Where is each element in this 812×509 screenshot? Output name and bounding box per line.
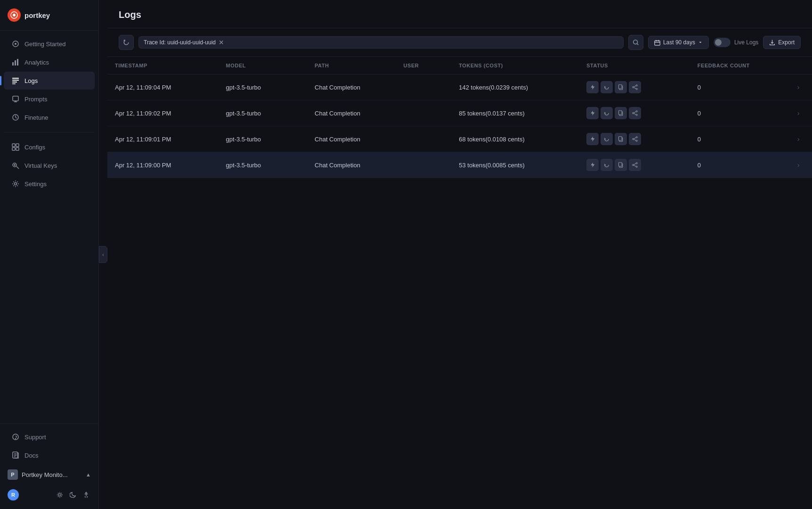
status-icon-copy[interactable] [615,159,627,171]
status-icon-share[interactable] [629,133,641,145]
live-logs-toggle[interactable]: Live Logs [714,38,758,47]
cell-status [579,100,690,126]
filter-tag-text: Trace Id: uuid-uuid-uuid-uuid [144,39,216,46]
status-icon-bolt[interactable] [586,81,599,93]
svg-line-34 [634,88,636,89]
table-row[interactable]: Apr 12, 11:09:00 PM gpt-3.5-turbo Chat C… [107,152,812,178]
svg-line-40 [634,112,636,113]
cell-timestamp: Apr 12, 11:09:01 PM [107,126,219,152]
cell-feedback: 0 [690,126,790,152]
status-icon-share[interactable] [629,81,641,93]
logs-icon [11,76,20,85]
sidebar-item-prompts-label: Prompts [24,96,47,103]
status-icon-share[interactable] [629,159,641,171]
status-icon-bolt[interactable] [586,159,599,171]
bottom-icons [55,490,91,500]
svg-point-24 [58,493,61,496]
theme-sun-icon[interactable] [55,490,65,500]
status-icon-copy[interactable] [615,81,627,93]
row-expand-icon: › [797,109,800,117]
sidebar-item-getting-started[interactable]: Getting Started [4,35,95,53]
svg-line-55 [634,165,636,166]
col-header-timestamp: TIMESTAMP [107,57,219,74]
svg-rect-5 [15,60,16,66]
filter-tag[interactable]: Trace Id: uuid-uuid-uuid-uuid ✕ [138,36,624,49]
cell-arrow: › [790,152,812,178]
sidebar-item-logs[interactable]: Logs [4,72,95,90]
status-icon-copy[interactable] [615,107,627,119]
table-row[interactable]: Apr 12, 11:09:04 PM gpt-3.5-turbo Chat C… [107,74,812,100]
table-row[interactable]: Apr 12, 11:09:02 PM gpt-3.5-turbo Chat C… [107,100,812,126]
status-icon-bolt[interactable] [586,107,599,119]
cell-feedback: 0 [690,152,790,178]
svg-rect-8 [12,80,19,81]
cell-model: gpt-3.5-turbo [219,126,307,152]
status-icon-share[interactable] [629,107,641,119]
sidebar-item-prompts[interactable]: Prompts [4,90,95,108]
sidebar-item-settings[interactable]: Settings [4,175,95,193]
date-range-button[interactable]: Last 90 days [648,36,709,49]
analytics-icon [11,58,20,66]
cell-user [396,126,452,152]
svg-rect-6 [17,59,18,66]
svg-point-3 [15,43,16,45]
date-range-label: Last 90 days [663,39,695,46]
sidebar-item-finetune[interactable]: Finetune [4,108,95,126]
svg-point-53 [636,166,637,167]
cell-user [396,74,452,100]
cell-arrow: › [790,126,812,152]
svg-rect-50 [619,163,622,166]
table-row[interactable]: Apr 12, 11:09:01 PM gpt-3.5-turbo Chat C… [107,126,812,152]
sidebar-item-support[interactable]: Support [4,428,95,446]
status-icon-refresh[interactable] [601,81,613,93]
cell-timestamp: Apr 12, 11:09:00 PM [107,152,219,178]
sidebar-item-settings-label: Settings [24,181,47,188]
user-row[interactable]: R [0,484,98,505]
row-expand-icon: › [797,135,800,143]
refresh-button[interactable] [119,35,134,50]
cell-feedback: 0 [690,100,790,126]
workspace-row[interactable]: P Portkey Monito... ▲ [0,465,98,484]
svg-line-48 [634,140,636,140]
svg-point-44 [636,137,637,138]
col-header-path: PATH [307,57,396,74]
svg-point-38 [633,113,634,114]
svg-rect-7 [12,78,19,79]
cell-status [579,126,690,152]
svg-point-52 [633,164,634,166]
table-body: Apr 12, 11:09:04 PM gpt-3.5-turbo Chat C… [107,74,812,178]
status-icon-copy[interactable] [615,133,627,145]
row-expand-icon: › [797,83,800,91]
cell-arrow: › [790,100,812,126]
col-header-feedback: FEEDBACK COUNT [690,57,790,74]
logs-table-container: TIMESTAMP MODEL PATH USER TOKENS (COST) [107,57,812,509]
svg-point-32 [636,88,637,90]
accessibility-icon[interactable] [81,490,91,500]
sidebar-item-virtual-keys-label: Virtual Keys [24,162,57,169]
cell-model: gpt-3.5-turbo [219,152,307,178]
theme-moon-icon[interactable] [68,490,78,500]
status-icon-refresh[interactable] [601,133,613,145]
status-icon-refresh[interactable] [601,107,613,119]
cell-path: Chat Completion [307,74,396,100]
svg-rect-27 [655,41,660,45]
sidebar-item-virtual-keys[interactable]: Virtual Keys [4,156,95,174]
sidebar-item-analytics[interactable]: Analytics [4,53,95,71]
search-button[interactable] [628,35,643,50]
toggle-switch[interactable] [714,38,731,47]
svg-rect-29 [619,85,622,89]
cell-path: Chat Completion [307,100,396,126]
status-icon-refresh[interactable] [601,159,613,171]
svg-rect-43 [619,137,622,140]
logo[interactable]: portkey [0,0,98,31]
sidebar-item-finetune-label: Finetune [24,114,49,121]
cell-user [396,100,452,126]
cell-model: gpt-3.5-turbo [219,100,307,126]
filter-tag-close-icon[interactable]: ✕ [219,39,224,46]
export-button[interactable]: Export [763,36,801,49]
cell-tokens: 53 tokens(0.0085 cents) [451,152,579,178]
sidebar-item-configs[interactable]: Configs [4,138,95,156]
sidebar-item-docs[interactable]: Docs [4,446,95,464]
status-icon-bolt[interactable] [586,133,599,145]
sidebar-collapse-handle[interactable]: ‹ [99,246,107,263]
